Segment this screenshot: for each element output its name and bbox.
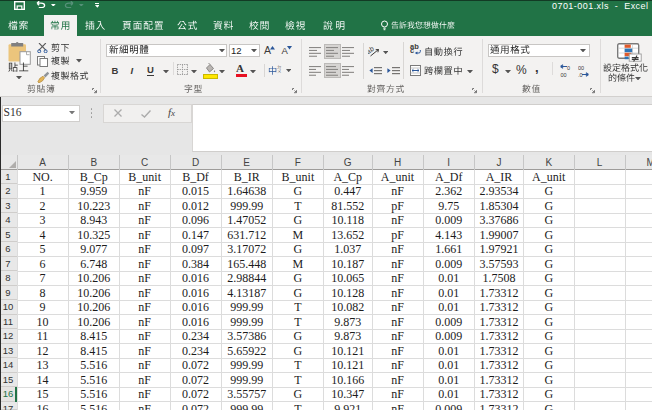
svg-text:00: 00 — [578, 65, 584, 71]
svg-text:ab: ab — [368, 46, 375, 55]
svg-text:00: 00 — [561, 72, 567, 78]
svg-text:.0: .0 — [578, 72, 583, 77]
svg-text:0: 0 — [567, 65, 570, 71]
